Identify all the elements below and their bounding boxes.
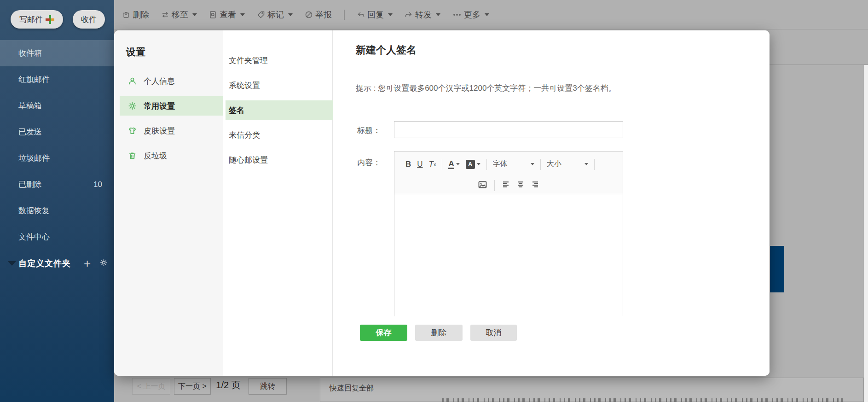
scrollbar-track[interactable] xyxy=(864,65,868,402)
bg-color-button[interactable]: A xyxy=(466,160,480,169)
page-indicator: 1/2 页 xyxy=(214,379,242,391)
move-to-button[interactable]: 移至 xyxy=(161,9,197,20)
sidebar-item-inbox[interactable]: 收件箱 xyxy=(0,40,114,66)
more-label: 更多 xyxy=(464,9,480,20)
folder-list: 收件箱 红旗邮件 草稿箱 已发送 垃圾邮件 已删除 10 数据恢复 文件中心 xyxy=(0,40,114,250)
shirt-icon xyxy=(128,127,137,135)
sidebar-item-data-recovery[interactable]: 数据恢复 xyxy=(0,198,114,224)
add-folder-button[interactable]: + xyxy=(84,259,91,268)
submenu-item-signature[interactable]: 签名 xyxy=(226,100,333,120)
tag-icon xyxy=(257,11,265,19)
quick-reply-label: 快速回复全部 xyxy=(330,384,374,392)
compose-button[interactable]: 写邮件 xyxy=(11,10,63,29)
insert-image-button[interactable] xyxy=(478,181,487,190)
title-divider xyxy=(355,73,755,73)
delete-button[interactable]: 删除 xyxy=(122,9,149,20)
next-page-button[interactable]: 下一页 > xyxy=(174,378,211,395)
submenu-item-system-settings[interactable]: 系统设置 xyxy=(223,76,333,95)
delete-signature-button[interactable]: 删除 xyxy=(415,325,463,341)
app-window: 删除 移至 查看 标记 举报 回复 转发 xyxy=(0,0,868,402)
signature-panel: × 新建个人签名 提示 : 您可设置最多600个汉字或1200个英文字符；一共可… xyxy=(333,30,770,376)
trash-icon xyxy=(128,151,137,160)
rich-text-editor: B U Tx A A 字体 大小 xyxy=(394,151,623,316)
sidebar-item-drafts[interactable]: 草稿箱 xyxy=(0,93,114,119)
panel-title: 新建个人签名 xyxy=(356,43,417,57)
mark-label: 标记 xyxy=(267,9,284,20)
editor-toolbar-row1: B U Tx A A 字体 大小 xyxy=(394,151,623,177)
report-button[interactable]: 举报 xyxy=(305,9,332,20)
settings-menu: 个人信息 常用设置 皮肤设置 反垃圾 xyxy=(114,71,223,171)
align-left-button[interactable] xyxy=(502,181,509,190)
clear-format-x: x xyxy=(434,162,436,167)
chevron-down-icon xyxy=(192,13,197,16)
submenu-item-incoming-classification[interactable]: 来信分类 xyxy=(223,125,333,145)
view-label: 查看 xyxy=(220,9,236,20)
font-size-select[interactable]: 大小 xyxy=(547,159,588,169)
reply-label: 回复 xyxy=(367,9,384,20)
sidebar-item-file-center[interactable]: 文件中心 xyxy=(0,224,114,250)
user-icon xyxy=(128,77,137,85)
menu-item-anti-spam[interactable]: 反垃圾 xyxy=(114,146,223,165)
font-family-value: 字体 xyxy=(493,159,508,169)
menu-item-label: 常用设置 xyxy=(144,101,175,111)
settings-dialog: 设置 个人信息 常用设置 皮肤设置 反垃圾 xyxy=(114,30,770,376)
image-icon xyxy=(478,181,487,188)
forward-arrow-icon xyxy=(405,11,413,19)
chevron-down-icon xyxy=(485,13,489,16)
underline-button[interactable]: U xyxy=(417,160,422,169)
more-button[interactable]: 更多 xyxy=(452,9,489,20)
chevron-down-icon xyxy=(288,13,293,16)
font-family-select[interactable]: 字体 xyxy=(493,159,534,169)
sidebar-item-flagged[interactable]: 红旗邮件 xyxy=(0,66,114,93)
menu-item-common-settings[interactable]: 常用设置 xyxy=(120,96,223,116)
prev-page-button[interactable]: < 上一页 xyxy=(132,378,170,395)
editor-separator xyxy=(442,159,442,170)
deleted-count-badge: 10 xyxy=(93,180,102,189)
sidebar-actions: 写邮件 收件 xyxy=(0,10,114,29)
submenu-item-suixin-mail[interactable]: 随心邮设置 xyxy=(223,150,333,169)
align-right-button[interactable] xyxy=(532,181,539,190)
plus-icon xyxy=(46,15,54,24)
editor-toolbar: B U Tx A A 字体 大小 xyxy=(394,151,623,194)
receive-mail-button[interactable]: 收件 xyxy=(73,10,105,29)
save-button[interactable]: 保存 xyxy=(360,325,407,341)
settings-submenu: 文件夹管理 系统设置 签名 来信分类 随心邮设置 xyxy=(223,30,333,376)
cancel-button[interactable]: 取消 xyxy=(470,325,517,341)
align-left-icon xyxy=(502,181,509,188)
align-center-button[interactable] xyxy=(517,181,524,190)
align-right-icon xyxy=(532,181,539,188)
forward-button[interactable]: 转发 xyxy=(405,9,440,20)
background-blue-button xyxy=(770,246,784,292)
editor-separator xyxy=(540,159,541,170)
menu-item-skin-settings[interactable]: 皮肤设置 xyxy=(114,121,223,140)
jump-page-button[interactable]: 跳转 xyxy=(249,378,287,395)
mail-sidebar: 写邮件 收件 收件箱 红旗邮件 草稿箱 已发送 垃圾邮件 已删除 10 数据恢复… xyxy=(0,0,114,402)
bg-color-a: A xyxy=(466,160,475,169)
font-size-value: 大小 xyxy=(547,159,561,169)
receive-label: 收件 xyxy=(81,14,97,25)
bold-button[interactable]: B xyxy=(405,160,411,169)
mark-button[interactable]: 标记 xyxy=(257,9,293,20)
chevron-down-icon xyxy=(388,13,393,16)
sidebar-item-sent[interactable]: 已发送 xyxy=(0,119,114,145)
custom-folders-section: 自定义文件夹 + xyxy=(0,256,114,271)
sidebar-item-deleted[interactable]: 已删除 10 xyxy=(0,171,114,198)
clear-format-button[interactable]: Tx xyxy=(429,160,436,169)
reply-arrow-icon xyxy=(357,11,365,19)
reply-button[interactable]: 回复 xyxy=(357,9,393,20)
sidebar-item-spam[interactable]: 垃圾邮件 xyxy=(0,145,114,171)
menu-item-personal-info[interactable]: 个人信息 xyxy=(114,71,223,91)
view-doc-icon xyxy=(209,11,217,19)
font-color-button[interactable]: A xyxy=(448,160,459,169)
chevron-down-icon xyxy=(477,163,480,165)
signature-title-input[interactable] xyxy=(394,121,623,138)
view-button[interactable]: 查看 xyxy=(209,9,245,20)
submenu-item-folder-management[interactable]: 文件夹管理 xyxy=(223,51,333,70)
more-dots-icon xyxy=(452,11,462,19)
collapse-triangle-icon[interactable] xyxy=(8,261,16,266)
quick-reply-box[interactable]: 快速回复全部 xyxy=(320,378,864,402)
chevron-down-icon xyxy=(240,13,245,16)
signature-content-area[interactable] xyxy=(394,194,623,316)
editor-separator xyxy=(494,180,495,191)
folder-settings-button[interactable] xyxy=(91,259,108,268)
